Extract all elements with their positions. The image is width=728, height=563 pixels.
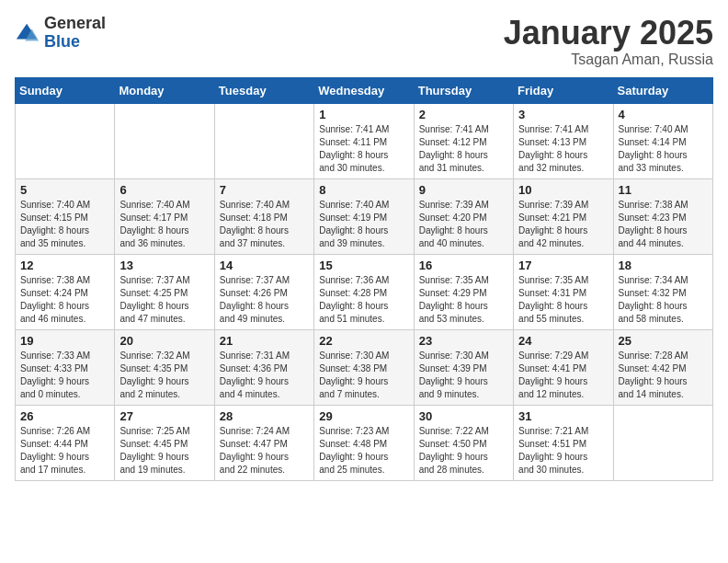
calendar-cell: 29Sunrise: 7:23 AM Sunset: 4:48 PM Dayli…: [314, 405, 414, 480]
day-number: 18: [619, 259, 708, 272]
calendar-cell: 22Sunrise: 7:30 AM Sunset: 4:38 PM Dayli…: [314, 329, 414, 405]
day-number: 9: [419, 183, 508, 197]
weekday-header: Sunday: [16, 77, 115, 103]
day-info: Sunrise: 7:38 AM Sunset: 4:24 PM Dayligh…: [20, 274, 109, 326]
logo: General Blue: [15, 15, 106, 52]
day-number: 19: [20, 334, 109, 348]
weekday-header: Thursday: [414, 77, 513, 103]
day-info: Sunrise: 7:40 AM Sunset: 4:18 PM Dayligh…: [220, 199, 309, 250]
day-number: 15: [319, 259, 408, 272]
day-info: Sunrise: 7:40 AM Sunset: 4:14 PM Dayligh…: [619, 123, 708, 175]
day-info: Sunrise: 7:28 AM Sunset: 4:42 PM Dayligh…: [619, 350, 708, 401]
day-info: Sunrise: 7:34 AM Sunset: 4:32 PM Dayligh…: [619, 274, 708, 326]
calendar-cell: 20Sunrise: 7:32 AM Sunset: 4:35 PM Dayli…: [115, 329, 214, 405]
day-info: Sunrise: 7:24 AM Sunset: 4:47 PM Dayligh…: [220, 425, 309, 477]
day-number: 13: [119, 259, 209, 272]
calendar-week-row: 5Sunrise: 7:40 AM Sunset: 4:15 PM Daylig…: [16, 178, 713, 254]
calendar-cell: 16Sunrise: 7:35 AM Sunset: 4:29 PM Dayli…: [414, 254, 513, 329]
calendar-cell: 28Sunrise: 7:24 AM Sunset: 4:47 PM Dayli…: [214, 405, 313, 480]
page-header: General Blue January 2025 Tsagan Aman, R…: [15, 15, 713, 68]
day-number: 17: [518, 259, 608, 272]
day-number: 1: [319, 108, 408, 121]
calendar-cell: 15Sunrise: 7:36 AM Sunset: 4:28 PM Dayli…: [314, 254, 414, 329]
day-info: Sunrise: 7:41 AM Sunset: 4:12 PM Dayligh…: [419, 123, 508, 175]
month-title: January 2025: [504, 15, 713, 52]
title-area: January 2025 Tsagan Aman, Russia: [504, 15, 713, 68]
calendar-cell: 18Sunrise: 7:34 AM Sunset: 4:32 PM Dayli…: [613, 254, 712, 329]
calendar-cell: 12Sunrise: 7:38 AM Sunset: 4:24 PM Dayli…: [16, 254, 115, 329]
calendar-cell: 9Sunrise: 7:39 AM Sunset: 4:20 PM Daylig…: [414, 178, 513, 254]
day-number: 20: [119, 334, 209, 348]
calendar-cell: 2Sunrise: 7:41 AM Sunset: 4:12 PM Daylig…: [414, 103, 513, 178]
calendar-cell: 23Sunrise: 7:30 AM Sunset: 4:39 PM Dayli…: [414, 329, 513, 405]
weekday-header: Friday: [514, 77, 613, 103]
calendar-week-row: 26Sunrise: 7:26 AM Sunset: 4:44 PM Dayli…: [16, 405, 713, 480]
calendar-week-row: 19Sunrise: 7:33 AM Sunset: 4:33 PM Dayli…: [16, 329, 713, 405]
day-info: Sunrise: 7:23 AM Sunset: 4:48 PM Dayligh…: [319, 425, 408, 477]
day-number: 24: [518, 334, 608, 348]
day-number: 5: [20, 183, 109, 197]
day-number: 26: [20, 409, 109, 423]
day-number: 4: [619, 108, 708, 121]
day-number: 16: [419, 259, 508, 272]
calendar-cell: 8Sunrise: 7:40 AM Sunset: 4:19 PM Daylig…: [314, 178, 414, 254]
calendar: SundayMondayTuesdayWednesdayThursdayFrid…: [15, 77, 713, 481]
day-info: Sunrise: 7:35 AM Sunset: 4:31 PM Dayligh…: [518, 274, 608, 326]
calendar-cell: [613, 405, 712, 480]
day-info: Sunrise: 7:21 AM Sunset: 4:51 PM Dayligh…: [518, 425, 608, 477]
day-info: Sunrise: 7:39 AM Sunset: 4:21 PM Dayligh…: [518, 199, 608, 250]
calendar-cell: 6Sunrise: 7:40 AM Sunset: 4:17 PM Daylig…: [115, 178, 214, 254]
calendar-week-row: 1Sunrise: 7:41 AM Sunset: 4:11 PM Daylig…: [16, 103, 713, 178]
calendar-cell: 21Sunrise: 7:31 AM Sunset: 4:36 PM Dayli…: [214, 329, 313, 405]
day-info: Sunrise: 7:41 AM Sunset: 4:13 PM Dayligh…: [518, 123, 608, 175]
day-number: 30: [419, 409, 508, 423]
day-info: Sunrise: 7:30 AM Sunset: 4:39 PM Dayligh…: [419, 350, 508, 401]
day-number: 2: [419, 108, 508, 121]
day-number: 25: [619, 334, 708, 348]
calendar-cell: 17Sunrise: 7:35 AM Sunset: 4:31 PM Dayli…: [514, 254, 613, 329]
day-number: 23: [419, 334, 508, 348]
location-title: Tsagan Aman, Russia: [504, 52, 713, 68]
day-number: 22: [319, 334, 408, 348]
calendar-cell: 19Sunrise: 7:33 AM Sunset: 4:33 PM Dayli…: [16, 329, 115, 405]
day-number: 29: [319, 409, 408, 423]
calendar-cell: 31Sunrise: 7:21 AM Sunset: 4:51 PM Dayli…: [514, 405, 613, 480]
day-info: Sunrise: 7:31 AM Sunset: 4:36 PM Dayligh…: [220, 350, 309, 401]
day-info: Sunrise: 7:35 AM Sunset: 4:29 PM Dayligh…: [419, 274, 508, 326]
logo-icon: [15, 20, 40, 46]
day-info: Sunrise: 7:37 AM Sunset: 4:25 PM Dayligh…: [119, 274, 209, 326]
logo-text: General Blue: [44, 15, 106, 52]
calendar-cell: 14Sunrise: 7:37 AM Sunset: 4:26 PM Dayli…: [214, 254, 313, 329]
weekday-header: Monday: [115, 77, 214, 103]
calendar-cell: 3Sunrise: 7:41 AM Sunset: 4:13 PM Daylig…: [514, 103, 613, 178]
day-number: 6: [119, 183, 209, 197]
day-info: Sunrise: 7:26 AM Sunset: 4:44 PM Dayligh…: [20, 425, 109, 477]
calendar-cell: 5Sunrise: 7:40 AM Sunset: 4:15 PM Daylig…: [16, 178, 115, 254]
day-number: 12: [20, 259, 109, 272]
calendar-cell: [115, 103, 214, 178]
day-info: Sunrise: 7:40 AM Sunset: 4:19 PM Dayligh…: [319, 199, 408, 250]
calendar-cell: [16, 103, 115, 178]
logo-general: General: [44, 15, 106, 33]
calendar-cell: 25Sunrise: 7:28 AM Sunset: 4:42 PM Dayli…: [613, 329, 712, 405]
day-info: Sunrise: 7:39 AM Sunset: 4:20 PM Dayligh…: [419, 199, 508, 250]
weekday-header: Tuesday: [214, 77, 313, 103]
day-number: 3: [518, 108, 608, 121]
weekday-header: Wednesday: [314, 77, 414, 103]
weekday-header: Saturday: [613, 77, 712, 103]
day-number: 7: [220, 183, 309, 197]
day-number: 21: [220, 334, 309, 348]
calendar-cell: 1Sunrise: 7:41 AM Sunset: 4:11 PM Daylig…: [314, 103, 414, 178]
calendar-cell: 13Sunrise: 7:37 AM Sunset: 4:25 PM Dayli…: [115, 254, 214, 329]
calendar-cell: [214, 103, 313, 178]
day-number: 8: [319, 183, 408, 197]
day-info: Sunrise: 7:38 AM Sunset: 4:23 PM Dayligh…: [619, 199, 708, 250]
calendar-cell: 26Sunrise: 7:26 AM Sunset: 4:44 PM Dayli…: [16, 405, 115, 480]
calendar-cell: 10Sunrise: 7:39 AM Sunset: 4:21 PM Dayli…: [514, 178, 613, 254]
day-number: 27: [119, 409, 209, 423]
day-info: Sunrise: 7:33 AM Sunset: 4:33 PM Dayligh…: [20, 350, 109, 401]
calendar-cell: 24Sunrise: 7:29 AM Sunset: 4:41 PM Dayli…: [514, 329, 613, 405]
day-info: Sunrise: 7:36 AM Sunset: 4:28 PM Dayligh…: [319, 274, 408, 326]
calendar-cell: 30Sunrise: 7:22 AM Sunset: 4:50 PM Dayli…: [414, 405, 513, 480]
day-info: Sunrise: 7:40 AM Sunset: 4:17 PM Dayligh…: [119, 199, 209, 250]
